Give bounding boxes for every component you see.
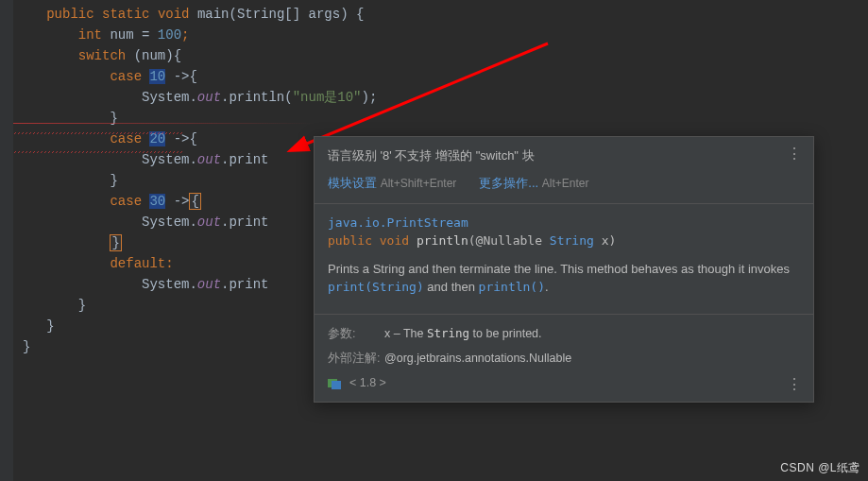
svg-rect-2 [332, 381, 341, 389]
print-link[interactable]: print(String) [328, 280, 424, 294]
class-link[interactable]: java.io.PrintStream [328, 215, 468, 230]
module-settings-link[interactable]: 模块设置 [328, 176, 377, 190]
error-underline [13, 132, 183, 134]
code-line: System.out.println("num是10"); [23, 87, 868, 108]
code-line: public static void main(String[] args) { [23, 4, 868, 25]
code-line: int num = 100; [23, 25, 868, 45]
quickfix-popup: ⋮ 语言级别 '8' 不支持 增强的 "switch" 块 模块设置 Alt+S… [314, 136, 814, 403]
more-menu-icon[interactable]: ⋮ [787, 146, 802, 162]
popup-body: java.io.PrintStream public void println(… [315, 204, 813, 314]
shortcut-hint: Alt+Enter [542, 177, 589, 190]
println-link[interactable]: println() [479, 280, 545, 294]
code-line: case 10 ->{ [23, 66, 868, 87]
method-signature: java.io.PrintStream public void println(… [328, 214, 800, 250]
params-label: 参数: [328, 324, 384, 343]
error-underline [13, 123, 315, 124]
popup-actions: 模块设置 Alt+Shift+Enter 更多操作... Alt+Enter [328, 174, 800, 194]
language-level[interactable]: < 1.8 > [328, 373, 800, 392]
popup-footer: 参数: x – The String to be printed. 外部注解: … [315, 314, 813, 402]
error-underline [13, 151, 183, 153]
popup-title: 语言级别 '8' 不支持 增强的 "switch" 块 [328, 146, 800, 166]
module-icon [328, 376, 341, 389]
code-line: } [23, 108, 868, 129]
more-actions-link[interactable]: 更多操作... [479, 176, 538, 190]
editor-gutter [0, 0, 13, 481]
popup-header: ⋮ 语言级别 '8' 不支持 增强的 "switch" 块 模块设置 Alt+S… [315, 137, 813, 204]
shortcut-hint: Alt+Shift+Enter [381, 177, 457, 190]
ext-annotation-value: @org.jetbrains.annotations.Nullable [384, 349, 571, 368]
code-line: switch (num){ [23, 45, 868, 66]
watermark: CSDN @L纸鸢 [780, 459, 860, 477]
more-menu-icon[interactable]: ⋮ [787, 377, 802, 392]
ext-annotation-label: 外部注解: [328, 349, 384, 368]
method-description: Prints a String and then terminate the l… [328, 260, 800, 297]
